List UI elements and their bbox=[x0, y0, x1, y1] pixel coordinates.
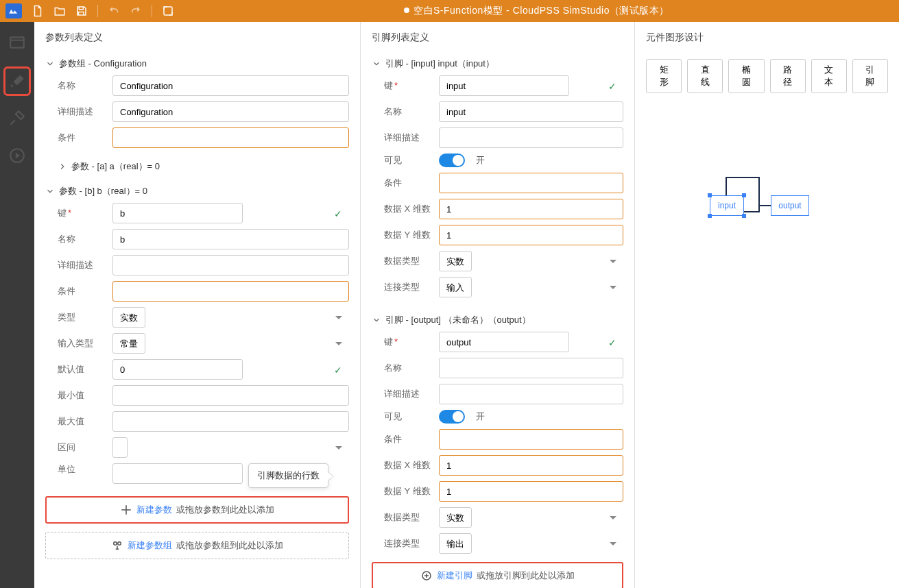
pin-out-dimy-input[interactable] bbox=[439, 481, 623, 502]
pin-out-dimx-input[interactable] bbox=[439, 455, 623, 476]
pin-in-name-input[interactable] bbox=[439, 101, 623, 122]
pin-in-dtype-select[interactable]: 实数 bbox=[439, 251, 472, 271]
tooltip: 引脚数据的行数 bbox=[248, 463, 328, 488]
param-name-input[interactable] bbox=[112, 229, 349, 249]
pin-in-key-input[interactable] bbox=[439, 75, 569, 96]
check-icon: ✓ bbox=[608, 337, 616, 348]
param-intype-select[interactable]: 常量 bbox=[112, 333, 145, 354]
svg-rect-0 bbox=[164, 7, 172, 15]
chevron-down-icon bbox=[372, 315, 381, 325]
group-cond-input[interactable] bbox=[112, 127, 349, 148]
add-group-button[interactable]: 新建参数组或拖放参数组到此处以添加 bbox=[45, 532, 349, 559]
group-name-input[interactable] bbox=[112, 75, 349, 96]
param-a-header[interactable]: 参数 - [a] a（real）= 0 bbox=[45, 154, 349, 178]
pin-input-header[interactable]: 引脚 - [input] input（input） bbox=[372, 51, 623, 75]
pin-in-visible-switch[interactable] bbox=[439, 154, 465, 167]
check-icon: ✓ bbox=[334, 365, 342, 376]
chevron-down-icon bbox=[45, 186, 55, 196]
param-type-select[interactable]: 实数 bbox=[112, 307, 145, 328]
param-range-select[interactable] bbox=[112, 437, 128, 458]
sidebar-item-plugin[interactable] bbox=[6, 69, 28, 93]
add-pin-button[interactable]: 新建引脚或拖放引脚到此处以添加 bbox=[372, 562, 623, 588]
param-group-header[interactable]: 参数组 - Configuration bbox=[45, 51, 349, 75]
wire-output bbox=[760, 205, 771, 206]
pin-out-visible-switch[interactable] bbox=[439, 410, 465, 424]
undo-icon[interactable] bbox=[108, 5, 120, 17]
param-b-header[interactable]: 参数 - [b] b（real）= 0 bbox=[45, 178, 349, 203]
param-unit-input[interactable] bbox=[112, 463, 243, 484]
window-title: 空白S-Function模型 - CloudPSS SimStudio（测试版本… bbox=[174, 5, 899, 17]
pin-in-dimx-input[interactable] bbox=[439, 199, 623, 219]
save-icon[interactable] bbox=[75, 5, 88, 17]
design-canvas[interactable]: input output bbox=[635, 101, 899, 588]
param-panel-title: 参数列表定义 bbox=[34, 22, 360, 51]
chevron-right-icon bbox=[58, 162, 67, 171]
graphic-panel-title: 元件图形设计 bbox=[635, 22, 899, 51]
add-pin-icon bbox=[420, 569, 433, 582]
group-desc-input[interactable] bbox=[112, 101, 349, 122]
app-logo[interactable] bbox=[5, 3, 22, 19]
add-group-icon bbox=[111, 539, 123, 552]
chevron-down-icon bbox=[45, 59, 55, 69]
pin-out-dtype-select[interactable]: 实数 bbox=[439, 507, 472, 528]
shape-line-button[interactable]: 直线 bbox=[687, 59, 723, 93]
add-param-icon bbox=[120, 504, 132, 516]
pin-out-ctype-select[interactable]: 输出 bbox=[439, 533, 472, 554]
pin-in-desc-input[interactable] bbox=[439, 127, 623, 148]
left-sidebar bbox=[0, 22, 34, 588]
chevron-down-icon bbox=[372, 59, 381, 69]
top-toolbar: 空白S-Function模型 - CloudPSS SimStudio（测试版本… bbox=[0, 0, 899, 22]
shape-text-button[interactable]: 文本 bbox=[811, 59, 847, 93]
check-icon: ✓ bbox=[608, 81, 616, 92]
param-key-input[interactable] bbox=[112, 203, 243, 223]
redo-icon[interactable] bbox=[130, 5, 142, 17]
pin-in-cond-input[interactable] bbox=[439, 173, 623, 193]
shape-ellipse-button[interactable]: 椭圆 bbox=[728, 59, 764, 93]
zoom-fit-icon[interactable] bbox=[162, 5, 174, 17]
open-folder-icon[interactable] bbox=[53, 5, 66, 17]
pin-out-key-input[interactable] bbox=[439, 332, 569, 352]
shape-rect-button[interactable]: 矩形 bbox=[646, 59, 682, 93]
param-max-input[interactable] bbox=[112, 411, 349, 432]
new-file-icon[interactable] bbox=[32, 5, 44, 17]
svg-point-3 bbox=[114, 542, 117, 546]
sidebar-item-tools[interactable] bbox=[6, 107, 28, 131]
svg-rect-1 bbox=[10, 37, 24, 47]
param-default-input[interactable] bbox=[112, 359, 243, 380]
pin-out-desc-input[interactable] bbox=[439, 384, 623, 404]
shape-path-button[interactable]: 路径 bbox=[770, 59, 806, 93]
pin-output-element[interactable]: output bbox=[771, 195, 809, 216]
check-icon: ✓ bbox=[334, 208, 342, 219]
pin-out-name-input[interactable] bbox=[439, 358, 623, 378]
pin-in-dimy-input[interactable] bbox=[439, 225, 623, 245]
pin-input-element[interactable]: input bbox=[710, 195, 744, 216]
param-min-input[interactable] bbox=[112, 385, 349, 406]
shape-pin-button[interactable]: 引脚 bbox=[852, 59, 888, 93]
param-desc-input[interactable] bbox=[112, 255, 349, 275]
param-cond-input[interactable] bbox=[112, 281, 349, 302]
svg-point-4 bbox=[118, 542, 121, 546]
pin-panel-title: 引脚列表定义 bbox=[361, 22, 634, 51]
pin-out-cond-input[interactable] bbox=[439, 429, 623, 450]
sidebar-item-run[interactable] bbox=[6, 145, 28, 169]
sidebar-item-overview[interactable] bbox=[6, 32, 28, 56]
pin-output-header[interactable]: 引脚 - [output] （未命名）（output） bbox=[372, 307, 623, 332]
pin-in-ctype-select[interactable]: 输入 bbox=[439, 277, 472, 297]
add-param-button[interactable]: 新建参数或拖放参数到此处以添加 bbox=[45, 496, 349, 524]
